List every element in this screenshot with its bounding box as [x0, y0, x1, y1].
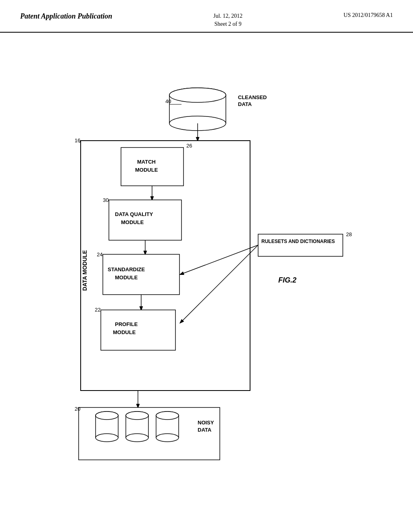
svg-point-23 — [96, 434, 118, 442]
diagram-area: CLEANSED DATA 40 DATA MODULE 16 MATCH MO… — [0, 33, 413, 524]
ref-28: 28 — [346, 231, 352, 237]
svg-point-5 — [169, 88, 226, 102]
ref-40: 40 — [165, 98, 171, 104]
fig-label: FIG.2 — [278, 276, 296, 284]
ref-24: 24 — [97, 251, 102, 258]
pub-date: Jul. 12, 2012 — [213, 13, 242, 19]
std-label1: STANDARDIZE — [108, 266, 145, 272]
cleansed-label2: DATA — [238, 101, 252, 107]
svg-point-30 — [126, 411, 148, 420]
rulesets-label: RULESETS AND DICTIONARIES — [261, 239, 335, 244]
data-module-label: DATA MODULE — [81, 250, 88, 291]
profile-label2: MODULE — [113, 329, 136, 335]
ref-16: 16 — [75, 137, 80, 143]
svg-rect-16 — [101, 310, 175, 350]
noisy-label1: NOISY — [198, 420, 214, 426]
svg-point-36 — [156, 411, 179, 420]
publication-number: US 2012/0179658 A1 — [344, 12, 393, 19]
svg-rect-37 — [258, 234, 343, 256]
cleansed-label1: CLEANSED — [238, 94, 267, 100]
ref-30: 30 — [103, 197, 108, 203]
svg-point-24 — [96, 411, 118, 420]
dq-label1: DATA QUALITY — [115, 211, 153, 217]
dq-label2: MODULE — [121, 219, 144, 225]
svg-rect-12 — [109, 200, 181, 240]
profile-label1: PROFILE — [115, 321, 138, 327]
svg-point-29 — [126, 434, 148, 442]
std-label2: MODULE — [115, 274, 138, 281]
patent-diagram: CLEANSED DATA 40 DATA MODULE 16 MATCH MO… — [0, 33, 413, 524]
svg-rect-14 — [103, 254, 179, 295]
ref-26: 26 — [186, 143, 192, 149]
ref-22: 22 — [95, 307, 100, 313]
ref-20: 20 — [75, 406, 80, 412]
match-label2: MODULE — [135, 167, 158, 173]
svg-point-35 — [156, 434, 179, 442]
publication-type: Patent Application Publication — [20, 12, 112, 21]
match-label1: MATCH — [137, 159, 156, 165]
publication-date-sheet: Jul. 12, 2012 Sheet 2 of 9 — [213, 12, 242, 28]
sheet-info: Sheet 2 of 9 — [214, 21, 241, 27]
noisy-label2: DATA — [198, 427, 212, 433]
page-header: Patent Application Publication Jul. 12, … — [0, 0, 413, 33]
